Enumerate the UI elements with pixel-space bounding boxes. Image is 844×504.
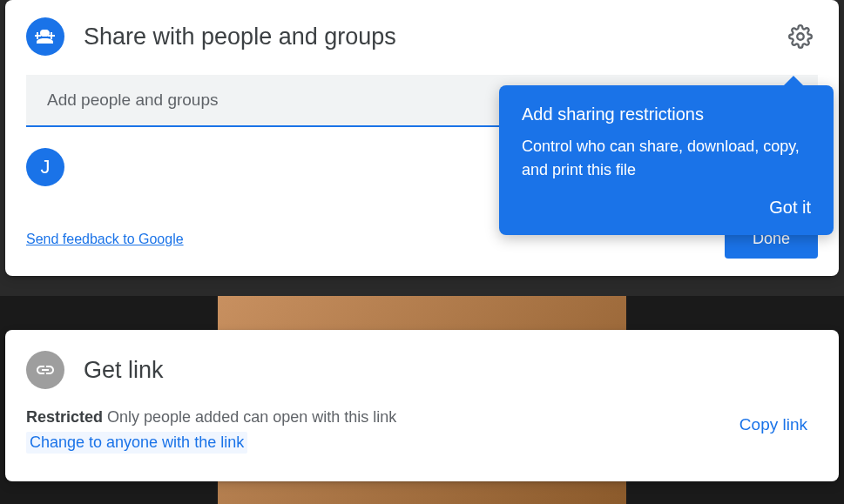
share-title: Share with people and groups [84,24,764,50]
link-body: Restricted Only people added can open wi… [26,408,818,454]
settings-tooltip: Add sharing restrictions Control who can… [499,85,834,235]
tooltip-body: Control who can share, download, copy, a… [522,135,811,182]
restricted-label: Restricted [26,408,103,426]
link-icon [26,351,64,389]
person-add-icon [26,17,64,56]
svg-point-1 [797,33,803,39]
copy-link-button[interactable]: Copy link [729,408,818,441]
restricted-desc: Only people added can open with this lin… [103,408,396,426]
tooltip-title: Add sharing restrictions [522,104,811,124]
link-title: Get link [84,357,818,384]
share-header: Share with people and groups [26,17,818,56]
get-link-card: Get link Restricted Only people added ca… [5,330,839,481]
feedback-link[interactable]: Send feedback to Google [26,232,184,247]
avatar: J [26,148,64,186]
link-header: Get link [26,351,818,389]
tooltip-dismiss-button[interactable]: Got it [522,198,811,218]
link-description-area: Restricted Only people added can open wi… [26,408,729,454]
settings-button[interactable] [783,19,818,54]
link-restriction-text: Restricted Only people added can open wi… [26,408,729,427]
change-access-link[interactable]: Change to anyone with the link [26,432,247,454]
gear-icon [788,24,813,49]
svg-point-0 [40,30,47,37]
